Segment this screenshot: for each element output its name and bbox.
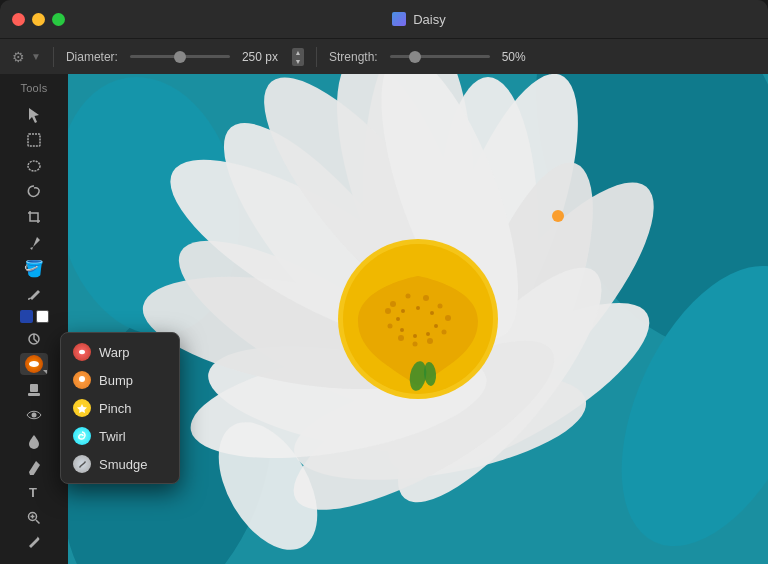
diameter-value: 250 px: [242, 50, 278, 64]
gear-icon[interactable]: ⚙: [12, 49, 25, 65]
title-center: Daisy: [81, 11, 756, 27]
traffic-lights: [12, 13, 65, 26]
svg-point-49: [434, 324, 438, 328]
diameter-slider-thumb[interactable]: [174, 51, 186, 63]
svg-marker-9: [77, 404, 87, 413]
diameter-slider[interactable]: [130, 55, 230, 58]
twirl-icon: [73, 427, 91, 445]
svg-point-39: [445, 315, 451, 321]
svg-point-56: [552, 210, 564, 222]
tool-stamp[interactable]: [20, 379, 48, 401]
strength-value-item: 50%: [502, 50, 526, 64]
tool-paint-bucket[interactable]: 🪣: [20, 258, 48, 280]
dropdown-item-smudge-label: Smudge: [99, 457, 147, 472]
svg-rect-4: [28, 393, 40, 396]
close-button[interactable]: [12, 13, 25, 26]
color-swatch-white[interactable]: [36, 310, 49, 323]
diameter-increment-button[interactable]: ▲: [292, 48, 304, 57]
svg-point-44: [388, 324, 393, 329]
dropdown-item-bump-label: Bump: [99, 373, 133, 388]
tool-warp-dropdown-arrow: [43, 370, 47, 374]
pinch-icon: [73, 399, 91, 417]
svg-point-35: [390, 301, 396, 307]
color-swatches: [20, 310, 49, 323]
title-bar: Daisy: [0, 0, 768, 38]
diameter-label-item: Diameter:: [66, 50, 118, 64]
svg-point-5: [32, 413, 37, 418]
warp-icon: [73, 343, 91, 361]
svg-point-41: [427, 338, 433, 344]
toolbar-divider-2: [316, 47, 317, 67]
tool-rect-select[interactable]: [20, 130, 48, 152]
svg-point-51: [413, 334, 417, 338]
svg-text:T: T: [29, 485, 37, 500]
tool-eyedropper2[interactable]: [20, 533, 48, 555]
svg-point-1: [28, 161, 40, 171]
warp-dropdown: Warp Bump Pinch Twirl: [60, 332, 180, 484]
svg-point-48: [430, 311, 434, 315]
bump-icon: [73, 371, 91, 389]
tool-warp[interactable]: [20, 353, 48, 375]
maximize-button[interactable]: [52, 13, 65, 26]
dropdown-item-warp-label: Warp: [99, 345, 130, 360]
tool-zoom[interactable]: [20, 507, 48, 529]
diameter-stepper[interactable]: ▲ ▼: [292, 48, 304, 66]
tool-text[interactable]: T: [20, 481, 48, 503]
strength-label: Strength:: [329, 50, 378, 64]
svg-point-47: [416, 306, 420, 310]
canvas-area[interactable]: [68, 74, 768, 564]
strength-label-item: Strength:: [329, 50, 378, 64]
diameter-decrement-button[interactable]: ▼: [292, 57, 304, 66]
svg-rect-3: [30, 384, 38, 392]
diameter-label: Diameter:: [66, 50, 118, 64]
dropdown-item-twirl-label: Twirl: [99, 429, 126, 444]
dropdown-arrow-icon[interactable]: ▼: [31, 51, 41, 62]
svg-point-50: [426, 332, 430, 336]
svg-point-42: [413, 342, 418, 347]
dropdown-item-bump[interactable]: Bump: [61, 366, 179, 394]
svg-point-40: [442, 330, 447, 335]
svg-point-46: [401, 309, 405, 313]
color-swatch-blue[interactable]: [20, 310, 33, 323]
tool-eye[interactable]: [20, 405, 48, 427]
svg-point-37: [423, 295, 429, 301]
main-area: Tools 🪣: [0, 74, 768, 564]
strength-value: 50%: [502, 50, 526, 64]
svg-point-45: [385, 308, 391, 314]
tools-panel-label: Tools: [20, 82, 47, 94]
window-title: Daisy: [413, 12, 446, 27]
svg-point-53: [396, 317, 400, 321]
tool-select[interactable]: [20, 104, 48, 126]
dropdown-item-pinch-label: Pinch: [99, 401, 132, 416]
file-icon: [391, 11, 407, 27]
tool-sticker[interactable]: [20, 328, 48, 350]
diameter-value-item: 250 px: [242, 50, 278, 64]
svg-rect-0: [28, 134, 40, 146]
tool-pen[interactable]: [20, 456, 48, 478]
dropdown-item-twirl[interactable]: Twirl: [61, 422, 179, 450]
tool-brush[interactable]: [20, 283, 48, 305]
toolbar: ⚙ ▼ Diameter: 250 px ▲ ▼ Strength: 50%: [0, 38, 768, 74]
svg-point-38: [438, 304, 443, 309]
tool-ellipse-select[interactable]: [20, 155, 48, 177]
smudge-icon: [73, 455, 91, 473]
minimize-button[interactable]: [32, 13, 45, 26]
tools-panel: Tools 🪣: [0, 74, 68, 564]
svg-point-52: [400, 328, 404, 332]
tool-eyedropper[interactable]: [20, 232, 48, 254]
strength-slider[interactable]: [390, 55, 490, 58]
tool-lasso[interactable]: [20, 181, 48, 203]
svg-point-36: [406, 294, 411, 299]
tool-drop[interactable]: [20, 430, 48, 452]
toolbar-gear-item[interactable]: ⚙ ▼: [12, 49, 41, 65]
toolbar-divider-1: [53, 47, 54, 67]
dropdown-item-pinch[interactable]: Pinch: [61, 394, 179, 422]
svg-point-8: [79, 376, 85, 382]
svg-point-43: [398, 335, 404, 341]
tool-crop[interactable]: [20, 206, 48, 228]
canvas-image: [68, 74, 768, 564]
dropdown-item-smudge[interactable]: Smudge: [61, 450, 179, 478]
strength-slider-thumb[interactable]: [409, 51, 421, 63]
dropdown-item-warp[interactable]: Warp: [61, 338, 179, 366]
